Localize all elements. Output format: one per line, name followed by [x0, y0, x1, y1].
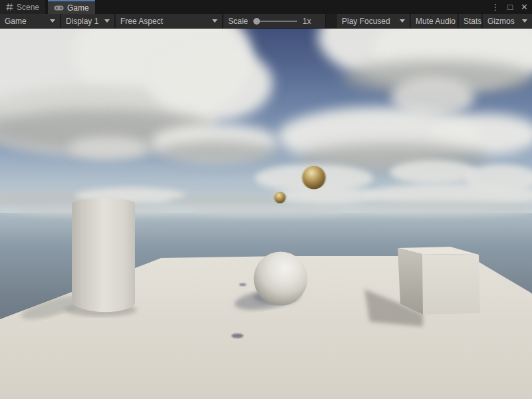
chevron-down-icon: [400, 19, 405, 23]
cylinder: [72, 198, 135, 312]
tab-scene-label: Scene: [17, 3, 39, 12]
close-icon[interactable]: ✕: [517, 2, 532, 12]
mute-audio-button[interactable]: Mute Audio: [411, 14, 458, 28]
display-dropdown[interactable]: Display 1: [61, 14, 115, 28]
scene-objects: [0, 29, 532, 399]
stats-button[interactable]: Stats: [459, 14, 482, 28]
unity-editor-window: Scene Game ⋮ □ ✕ Game Display 1: [0, 0, 532, 399]
chevron-down-icon: [50, 19, 55, 23]
gold-sphere-large: [302, 166, 325, 189]
kebab-menu-icon[interactable]: ⋮: [487, 2, 503, 12]
scale-control: Scale 1x: [223, 14, 326, 28]
maximize-icon[interactable]: □: [503, 2, 517, 12]
tab-game-label: Game: [67, 3, 89, 13]
tab-bar: Scene Game ⋮ □ ✕: [0, 0, 532, 14]
gold-sphere-small-shadow: [239, 283, 247, 286]
scene-grid-icon: [6, 3, 13, 11]
gamepad-icon: [54, 5, 64, 11]
stats-label: Stats: [464, 17, 481, 26]
play-focused-label: Play Focused: [342, 17, 390, 26]
tab-scene[interactable]: Scene: [0, 0, 45, 14]
gold-sphere-large-shadow: [231, 334, 243, 338]
game-mode-dropdown-label: Game: [5, 17, 27, 26]
chevron-down-icon: [104, 19, 110, 23]
scale-value: 1x: [303, 17, 311, 26]
gizmos-dropdown[interactable]: Gizmos: [483, 14, 532, 28]
scale-slider-handle[interactable]: [253, 18, 260, 25]
display-dropdown-label: Display 1: [66, 17, 98, 26]
game-mode-dropdown[interactable]: Game: [0, 14, 61, 28]
aspect-ratio-dropdown[interactable]: Free Aspect: [116, 14, 223, 28]
game-view-toolbar: Game Display 1 Free Aspect Scale 1x Play…: [0, 14, 532, 29]
play-focused-dropdown[interactable]: Play Focused: [337, 14, 410, 28]
chevron-down-icon: [522, 19, 527, 23]
tab-game[interactable]: Game: [48, 0, 95, 14]
chevron-down-icon: [212, 19, 217, 23]
scale-label: Scale: [228, 17, 248, 26]
cube-front-face: [422, 254, 480, 315]
gizmos-label: Gizmos: [487, 17, 515, 26]
white-sphere: [254, 252, 308, 306]
game-viewport[interactable]: [0, 29, 532, 399]
scale-slider[interactable]: [253, 18, 297, 25]
aspect-ratio-dropdown-label: Free Aspect: [120, 17, 163, 26]
mute-audio-label: Mute Audio: [416, 17, 456, 26]
gold-sphere-small: [274, 192, 285, 203]
